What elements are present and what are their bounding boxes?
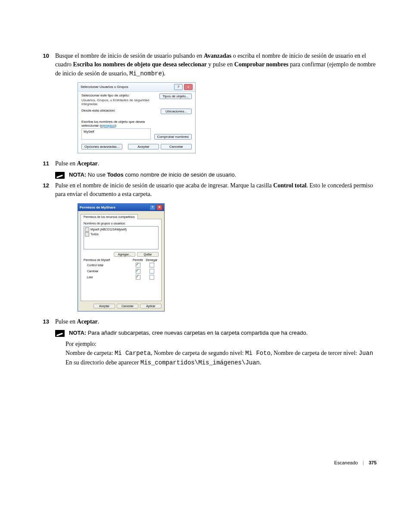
ok-button[interactable]: Aceptar (128, 144, 159, 149)
close-icon[interactable]: X (156, 205, 162, 210)
step-11: 11 Pulse en Aceptar. (34, 159, 377, 168)
note-1: NOTA: No use Todos como nombre de inicio… (55, 171, 377, 179)
note-icon (55, 172, 65, 179)
group-icon (85, 232, 89, 236)
help-icon[interactable]: ? (149, 205, 156, 210)
allow-read-checkbox[interactable] (136, 275, 140, 280)
allow-change-checkbox[interactable] (136, 269, 140, 274)
object-type-label: Seleccionar este tipo de objeto: (81, 93, 156, 97)
allow-column: Permitir (131, 258, 145, 261)
deny-column: Denegar (145, 258, 159, 261)
example-line-2: Nombre de carpeta: Mi Carpeta, Nombre de… (65, 348, 377, 358)
groups-users-label: Nombres de grupos o usuarios: (84, 222, 159, 225)
example-block: Por ejemplo: Nombre de carpeta: Mi Carpe… (65, 339, 377, 367)
dialog-permissions-screenshot: Permisos de MyShare ? X Permisos de los … (78, 203, 377, 311)
close-icon[interactable]: x (184, 84, 193, 90)
step-12: 12 Pulse en el nombre de inicio de sesió… (34, 181, 377, 199)
allow-full-control-checkbox[interactable] (136, 263, 140, 268)
step-number: 13 (34, 317, 55, 326)
check-names-button[interactable]: Comprobar nombres (154, 134, 192, 140)
object-names-label: Escriba los nombres de objeto que desea … (81, 120, 151, 128)
page-footer: Escaneado | 375 (334, 460, 377, 465)
remove-button[interactable]: Quitar (137, 252, 159, 257)
dialog2-title: Permisos de MyShare (80, 205, 115, 209)
ok-button[interactable]: Aceptar (93, 304, 115, 308)
example-line-3: En su directorio debe aparecer Mis_compa… (65, 358, 377, 367)
deny-change-checkbox[interactable] (149, 269, 154, 274)
perm-row-change: Cambiar (84, 269, 159, 274)
list-item[interactable]: Myself (ABCD1234\Myself) (85, 227, 157, 232)
step-number: 11 (34, 159, 55, 168)
groups-users-list[interactable]: Myself (ABCD1234\Myself) Todos (84, 226, 159, 249)
object-names-input[interactable]: MySelf (81, 128, 151, 140)
advanced-button[interactable]: Opciones avanzadas... (81, 144, 122, 149)
location-value (81, 113, 157, 117)
step-number: 12 (34, 181, 55, 199)
cancel-button[interactable]: Cancelar (117, 304, 138, 308)
apply-button[interactable]: Aplicar (140, 304, 162, 308)
list-item[interactable]: Todos (85, 232, 157, 236)
step-text: Pulse en el nombre de inicio de sesión d… (55, 181, 377, 199)
step-10: 10 Busque el nombre de inicio de sesión … (34, 52, 377, 78)
step-number: 10 (34, 52, 55, 78)
location-label: Desde esta ubicación: (81, 109, 157, 112)
object-types-button[interactable]: Tipos de objeto... (159, 93, 192, 99)
note-2: NOTA: Para añadir subcarpetas, cree nuev… (55, 330, 377, 337)
perm-row-read: Leer (84, 275, 159, 280)
deny-read-checkbox[interactable] (149, 275, 154, 280)
examples-link[interactable]: ejemplos (101, 124, 115, 128)
help-icon[interactable]: ? (174, 84, 183, 90)
add-button[interactable]: Agregar... (114, 252, 135, 257)
note-label: NOTA: (69, 171, 86, 178)
dialog1-title: Seleccionar Usuarios o Grupos (81, 85, 128, 89)
example-line-1: Por ejemplo: (65, 339, 377, 348)
note-label: NOTA: (69, 330, 86, 336)
footer-section: Escaneado (334, 460, 358, 465)
share-permissions-tab[interactable]: Permisos de los recursos compartidos (81, 214, 138, 219)
permissions-for-label: Permisos de Myself (84, 258, 131, 261)
cancel-button[interactable]: Cancelar (161, 144, 192, 149)
step-13: 13 Pulse en Aceptar. (34, 317, 377, 326)
deny-full-control-checkbox[interactable] (149, 263, 154, 268)
perm-row-full-control: Control total (84, 263, 159, 268)
user-icon (85, 227, 89, 232)
dialog-select-users-screenshot: Seleccionar Usuarios o Grupos ? x Selecc… (78, 82, 377, 153)
step-text: Busque el nombre de inicio de sesión de … (55, 52, 377, 78)
locations-button[interactable]: Ubicaciones... (161, 109, 192, 114)
step-text: Pulse en Aceptar. (55, 159, 377, 168)
note-icon (55, 330, 65, 337)
step-text: Pulse en Aceptar. (55, 317, 377, 326)
page-number: 375 (369, 460, 377, 465)
object-type-value: Usuarios, Grupos, o Entidades de segurid… (81, 98, 156, 106)
